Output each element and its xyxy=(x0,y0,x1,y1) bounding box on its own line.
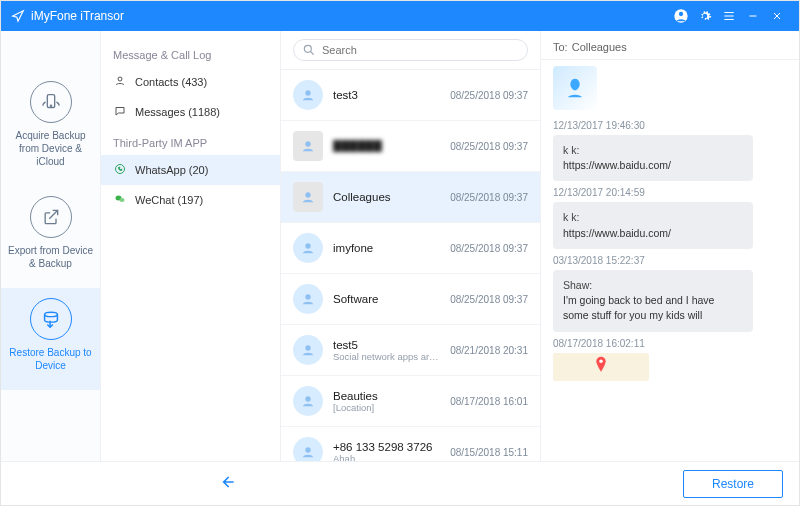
conversation-avatar xyxy=(553,66,597,110)
thread-name: Beauties xyxy=(333,390,440,402)
message-time: 12/13/2017 20:14:59 xyxy=(553,187,791,198)
export-icon xyxy=(30,196,72,238)
avatar xyxy=(293,284,323,314)
avatar xyxy=(293,335,323,365)
thread-date: 08/25/2018 09:37 xyxy=(450,294,528,305)
nav-label: Restore Backup to Device xyxy=(5,346,96,372)
nav-restore[interactable]: Restore Backup to Device xyxy=(1,288,100,390)
wechat-icon xyxy=(113,193,127,207)
thread-preview: [Location] xyxy=(333,402,440,413)
conversation-column: To: Colleagues 12/13/2017 19:46:30k k:ht… xyxy=(541,31,799,461)
message-time: 08/17/2018 16:02:11 xyxy=(553,338,791,349)
thread-date: 08/15/2018 15:11 xyxy=(450,447,528,458)
svg-point-15 xyxy=(305,345,310,350)
minimize-button[interactable] xyxy=(741,10,765,22)
menu-icon[interactable] xyxy=(717,9,741,23)
cat-wechat[interactable]: WeChat (197) xyxy=(101,185,280,215)
main-area: Acquire Backup from Device & iCloud Expo… xyxy=(1,31,799,461)
cat-whatsapp[interactable]: WhatsApp (20) xyxy=(101,155,280,185)
message-body: I'm going back to bed and I have some st… xyxy=(563,293,743,323)
restore-button[interactable]: Restore xyxy=(683,470,783,498)
back-button[interactable] xyxy=(217,472,237,496)
to-label: To: xyxy=(553,41,568,53)
thread-row[interactable]: test308/25/2018 09:37 xyxy=(281,70,540,121)
search-input[interactable] xyxy=(293,39,528,61)
message-bubble: k k:https://www.baidu.com/ xyxy=(553,135,753,181)
thread-list: test308/25/2018 09:37██████08/25/2018 09… xyxy=(281,70,540,461)
message-from: k k: xyxy=(563,143,743,158)
restore-icon xyxy=(30,298,72,340)
avatar xyxy=(293,182,323,212)
message-time: 12/13/2017 19:46:30 xyxy=(553,120,791,131)
to-name: Colleagues xyxy=(572,41,627,53)
thread-column: test308/25/2018 09:37██████08/25/2018 09… xyxy=(281,31,541,461)
thread-preview: Ahah xyxy=(333,453,440,462)
cat-group-msg: Message & Call Log xyxy=(101,39,280,67)
svg-point-8 xyxy=(120,198,125,202)
phone-cloud-icon xyxy=(30,81,72,123)
svg-point-9 xyxy=(304,45,311,52)
search-wrap xyxy=(281,31,540,70)
close-button[interactable] xyxy=(765,10,789,22)
settings-icon[interactable] xyxy=(693,9,717,23)
nav-label: Export from Device & Backup xyxy=(5,244,96,270)
thread-row[interactable]: Beauties[Location]08/17/2018 16:01 xyxy=(281,376,540,427)
svg-point-17 xyxy=(305,447,310,452)
message-bubble: Shaw:I'm going back to bed and I have so… xyxy=(553,270,753,332)
nav-export[interactable]: Export from Device & Backup xyxy=(1,186,100,288)
messages-icon xyxy=(113,105,127,119)
cat-contacts[interactable]: Contacts (433) xyxy=(101,67,280,97)
thread-row[interactable]: imyfone08/25/2018 09:37 xyxy=(281,223,540,274)
thread-row[interactable]: ██████08/25/2018 09:37 xyxy=(281,121,540,172)
avatar xyxy=(293,437,323,461)
map-attachment[interactable] xyxy=(553,353,649,381)
thread-name: +86 133 5298 3726 xyxy=(333,441,440,453)
svg-point-19 xyxy=(599,359,603,363)
whatsapp-icon xyxy=(113,163,127,177)
avatar xyxy=(293,233,323,263)
title-bar: iMyFone iTransor xyxy=(1,1,799,31)
thread-date: 08/25/2018 09:37 xyxy=(450,243,528,254)
search-icon xyxy=(302,43,316,57)
thread-row[interactable]: Software08/25/2018 09:37 xyxy=(281,274,540,325)
svg-point-13 xyxy=(305,243,310,248)
cat-label: Messages (1188) xyxy=(135,106,220,118)
svg-point-12 xyxy=(305,192,310,197)
thread-row[interactable]: Colleagues08/25/2018 09:37 xyxy=(281,172,540,223)
message-body: https://www.baidu.com/ xyxy=(563,158,743,173)
svg-point-1 xyxy=(679,12,683,16)
cat-label: Contacts (433) xyxy=(135,76,207,88)
thread-date: 08/17/2018 16:01 xyxy=(450,396,528,407)
cat-group-im: Third-Party IM APP xyxy=(101,127,280,155)
avatar xyxy=(293,386,323,416)
svg-point-16 xyxy=(305,396,310,401)
thread-row[interactable]: test5Social network apps are playing...0… xyxy=(281,325,540,376)
thread-name: test5 xyxy=(333,339,440,351)
thread-name: Colleagues xyxy=(333,191,440,203)
message-time: 03/13/2018 15:22:37 xyxy=(553,255,791,266)
conversation-header: To: Colleagues xyxy=(541,31,799,60)
message-from: Shaw: xyxy=(563,278,743,293)
avatar xyxy=(293,80,323,110)
avatar xyxy=(293,131,323,161)
svg-point-3 xyxy=(50,105,51,106)
thread-row[interactable]: +86 133 5298 3726Ahah08/15/2018 15:11 xyxy=(281,427,540,461)
svg-point-14 xyxy=(305,294,310,299)
contacts-icon xyxy=(113,75,127,89)
app-logo-icon xyxy=(11,9,25,23)
left-nav: Acquire Backup from Device & iCloud Expo… xyxy=(1,31,101,461)
message-from: k k: xyxy=(563,210,743,225)
thread-date: 08/25/2018 09:37 xyxy=(450,141,528,152)
account-icon[interactable] xyxy=(669,8,693,24)
svg-point-11 xyxy=(305,141,310,146)
svg-point-10 xyxy=(305,90,310,95)
svg-point-4 xyxy=(44,312,57,316)
category-column: Message & Call Log Contacts (433) Messag… xyxy=(101,31,281,461)
thread-date: 08/25/2018 09:37 xyxy=(450,192,528,203)
cat-messages[interactable]: Messages (1188) xyxy=(101,97,280,127)
app-title: iMyFone iTransor xyxy=(31,9,669,23)
message-bubble: k k:https://www.baidu.com/ xyxy=(553,202,753,248)
message-scroll[interactable]: 12/13/2017 19:46:30k k:https://www.baidu… xyxy=(541,60,799,461)
nav-acquire[interactable]: Acquire Backup from Device & iCloud xyxy=(1,71,100,186)
cat-label: WeChat (197) xyxy=(135,194,203,206)
